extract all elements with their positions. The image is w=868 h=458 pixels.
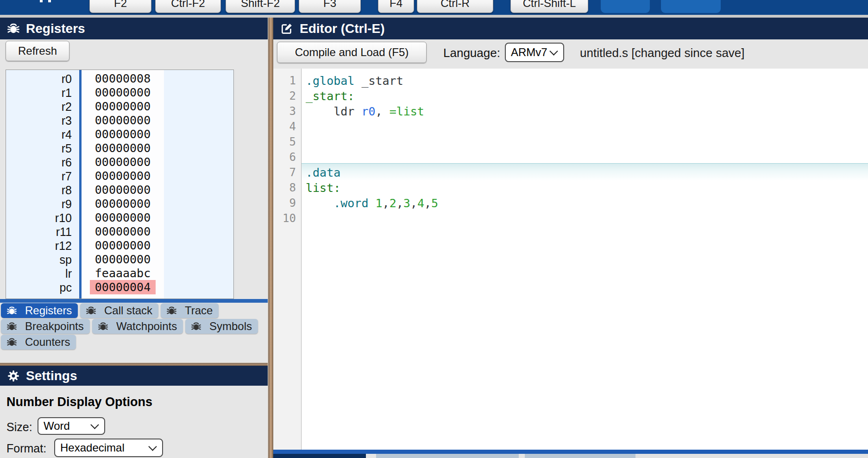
- size-select[interactable]: Word: [38, 417, 105, 435]
- register-row-r2[interactable]: r200000000: [6, 100, 233, 114]
- register-row-lr[interactable]: lrfeaaaabc: [6, 267, 233, 280]
- panel-divider: [0, 363, 268, 366]
- toolbar-blue-button[interactable]: [601, 0, 650, 13]
- register-row-sp[interactable]: sp00000000: [6, 253, 233, 267]
- editor-bottom-resize-bar[interactable]: [273, 450, 868, 454]
- register-row-r9[interactable]: r900000000: [6, 197, 233, 211]
- code-token-value: 5: [431, 197, 438, 210]
- code-token-value: 2: [390, 197, 396, 210]
- register-row-r7[interactable]: r700000000: [6, 169, 233, 183]
- register-name: r0: [6, 72, 72, 86]
- shortcut-button-ctrl-shift-l[interactable]: Ctrl-Shift-L: [510, 0, 588, 13]
- register-value[interactable]: 00000000: [95, 100, 151, 113]
- toolbar-blue-button[interactable]: [661, 0, 721, 13]
- code-line-2[interactable]: _start:: [302, 89, 868, 104]
- shortcut-button-f2[interactable]: F2: [89, 0, 151, 13]
- language-select[interactable]: ARMv7: [505, 43, 564, 62]
- code-line-1[interactable]: .global _start: [302, 73, 868, 89]
- register-name: r7: [6, 169, 72, 183]
- debugger-tab-breakpoints[interactable]: Breakpoints: [1, 319, 90, 334]
- number-display-options-title: Number Display Options: [6, 395, 152, 409]
- debugger-tab-registers[interactable]: Registers: [1, 303, 78, 318]
- register-name: r11: [6, 225, 72, 239]
- register-row-r8[interactable]: r800000000: [6, 183, 233, 197]
- shortcut-button-ctrl-f2[interactable]: Ctrl-F2: [155, 0, 221, 13]
- code-token-directive: .global: [306, 74, 354, 88]
- tab-label: Counters: [25, 335, 70, 350]
- register-row-r3[interactable]: r300000000: [6, 114, 233, 127]
- bottom-tab-cut-off[interactable]: [376, 454, 519, 458]
- line-number: 6: [273, 150, 296, 165]
- code-token-label: list:: [306, 181, 340, 195]
- size-select-value: Word: [44, 420, 70, 433]
- code-line-9[interactable]: .word 1,2,3,4,5: [302, 196, 868, 211]
- code-token-label: _start:: [306, 89, 354, 103]
- register-row-r6[interactable]: r600000000: [6, 155, 233, 169]
- debugger-tab-counters[interactable]: Counters: [1, 335, 76, 350]
- register-row-pc[interactable]: pc00000004: [6, 280, 233, 294]
- register-value[interactable]: 00000004: [90, 280, 156, 294]
- register-row-r0[interactable]: r000000008: [6, 72, 233, 86]
- line-number: 4: [273, 119, 296, 134]
- register-name: r5: [6, 141, 72, 155]
- register-table[interactable]: r000000008r100000000r200000000r300000000…: [6, 70, 234, 299]
- register-name: r8: [6, 183, 72, 197]
- editor-code-area[interactable]: .global _start_start: ldr r0, =list.data…: [302, 69, 868, 450]
- shortcut-button-ctrl-r[interactable]: Ctrl-R: [417, 0, 493, 13]
- bug-icon: [7, 322, 21, 331]
- register-name: pc: [6, 280, 72, 294]
- register-name: r3: [6, 114, 72, 127]
- shortcut-button-f3[interactable]: F3: [299, 0, 361, 13]
- code-line-3[interactable]: ldr r0, =list: [302, 104, 868, 119]
- code-line-5[interactable]: [302, 134, 868, 150]
- bottom-tab-cut-off[interactable]: [525, 454, 635, 458]
- register-value[interactable]: 00000000: [95, 239, 151, 252]
- debugger-tab-trace[interactable]: Trace: [161, 303, 219, 318]
- register-value[interactable]: 00000000: [95, 253, 151, 266]
- register-row-r12[interactable]: r1200000000: [6, 239, 233, 253]
- register-name: r6: [6, 155, 72, 169]
- code-line-8[interactable]: list:: [302, 180, 868, 196]
- file-status-text: untitled.s [changed since save]: [580, 46, 745, 60]
- code-token-plain: ,: [410, 197, 417, 210]
- code-line-4[interactable]: [302, 119, 868, 134]
- register-value[interactable]: 00000000: [95, 183, 151, 197]
- register-value[interactable]: 00000000: [95, 197, 151, 210]
- register-row-r4[interactable]: r400000000: [6, 127, 233, 141]
- code-token-plain: ,: [376, 105, 390, 118]
- register-value[interactable]: 00000000: [95, 225, 151, 238]
- line-number: 1: [273, 73, 296, 89]
- panel-resize-bar[interactable]: [0, 299, 268, 303]
- code-line-7[interactable]: .data: [302, 163, 868, 180]
- register-value[interactable]: 00000000: [95, 211, 151, 224]
- register-name: r10: [6, 211, 72, 225]
- register-row-r1[interactable]: r100000000: [6, 86, 233, 100]
- code-token-plain: ldr: [306, 105, 361, 118]
- register-row-r11[interactable]: r1100000000: [6, 225, 233, 239]
- refresh-button[interactable]: Refresh: [6, 41, 69, 61]
- register-value[interactable]: 00000000: [95, 155, 151, 169]
- shortcut-button-shift-f2[interactable]: Shift-F2: [226, 0, 295, 13]
- debugger-tab-symbols[interactable]: Symbols: [185, 319, 258, 334]
- bug-icon: [191, 322, 205, 331]
- register-row-r5[interactable]: r500000000: [6, 141, 233, 155]
- line-number: 10: [273, 211, 296, 226]
- compile-and-load-button[interactable]: Compile and Load (F5): [277, 42, 427, 63]
- register-value[interactable]: 00000000: [95, 127, 151, 141]
- format-select[interactable]: Hexadecimal: [54, 439, 163, 457]
- bottom-tab-cut-off[interactable]: [273, 454, 366, 458]
- register-value[interactable]: 00000000: [95, 86, 151, 99]
- register-value[interactable]: 00000000: [95, 114, 151, 127]
- register-value[interactable]: feaaaabc: [95, 267, 151, 280]
- line-number: 8: [273, 180, 296, 196]
- debugger-tab-watchpoints[interactable]: Watchpoints: [92, 319, 183, 334]
- register-value[interactable]: 00000000: [95, 169, 151, 183]
- debugger-tab-call-stack[interactable]: Call stack: [80, 303, 158, 318]
- code-line-10[interactable]: [302, 211, 868, 226]
- register-value[interactable]: 00000008: [95, 72, 151, 85]
- shortcut-button-f4[interactable]: F4: [378, 0, 414, 13]
- bug-icon: [86, 306, 100, 316]
- register-value[interactable]: 00000000: [95, 141, 151, 155]
- bug-icon: [167, 306, 181, 316]
- register-row-r10[interactable]: r1000000000: [6, 211, 233, 225]
